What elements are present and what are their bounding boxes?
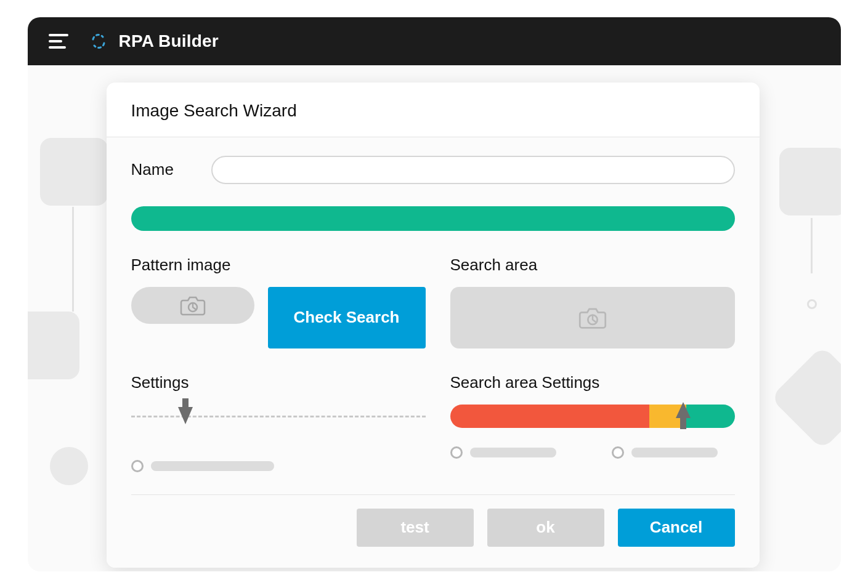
bg-node [770,345,841,450]
menu-icon[interactable] [49,34,68,49]
settings-label: Settings [131,373,426,392]
pattern-image-section: Pattern image [131,256,426,472]
wizard-dialog: Image Search Wizard Name Pattern image [107,83,760,568]
app-title: RPA Builder [119,31,219,51]
name-label: Name [131,160,187,179]
search-area-label: Search area [450,256,735,275]
search-area-settings-label: Search area Settings [450,373,735,392]
settings-option[interactable] [131,460,426,472]
bg-connector [811,218,813,273]
pattern-capture-button[interactable] [131,287,254,324]
radio-icon[interactable] [450,446,463,459]
check-search-button[interactable]: Check Search [268,287,426,348]
bg-connector [72,207,74,312]
area-option-1[interactable] [450,446,556,459]
name-row: Name [131,156,735,184]
camera-icon [578,305,607,330]
app-logo-icon [91,33,107,49]
dialog-body: Name Pattern image [107,137,760,568]
camera-icon [179,294,206,316]
ok-button[interactable]: ok [487,509,604,547]
bg-node-dot [807,299,817,309]
bg-node [779,148,841,215]
search-area-section: Search area Search area S [450,256,735,472]
bg-node [28,312,79,379]
status-bar [131,206,735,231]
slider-handle-icon[interactable] [178,407,193,424]
titlebar: RPA Builder [28,17,841,65]
area-option-2[interactable] [612,446,718,459]
bg-node [50,447,88,485]
canvas: Image Search Wizard Name Pattern image [28,65,841,571]
title-group: RPA Builder [91,31,219,51]
option-placeholder [151,461,274,471]
test-button[interactable]: test [357,509,474,547]
radio-icon[interactable] [612,446,624,459]
cancel-button[interactable]: Cancel [618,509,735,547]
settings-slider[interactable] [131,405,426,441]
option-placeholder [470,448,556,457]
radio-icon[interactable] [131,460,144,472]
bg-node [40,138,108,206]
name-input[interactable] [211,156,735,184]
dialog-title: Image Search Wizard [107,83,760,137]
threshold-slider[interactable] [450,405,735,428]
search-area-capture-button[interactable] [450,287,735,348]
pattern-image-label: Pattern image [131,256,426,275]
slider-handle-icon[interactable] [676,402,691,429]
app-window: RPA Builder Image Search Wizard Name [28,17,841,571]
dialog-footer: test ok Cancel [131,494,735,558]
option-placeholder [631,448,718,457]
